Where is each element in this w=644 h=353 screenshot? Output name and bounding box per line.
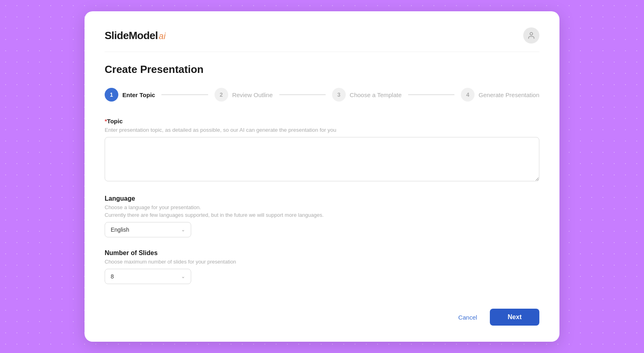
logo-name: SlideModel (105, 29, 158, 42)
step-1: 1 Enter Topic (105, 88, 155, 102)
required-marker: * (105, 118, 107, 125)
next-button[interactable]: Next (490, 309, 539, 326)
create-presentation-modal: SlideModel ai Create Presentation 1 Ente… (85, 11, 559, 342)
slides-title: Number of Slides (105, 249, 539, 257)
page-title: Create Presentation (105, 63, 539, 76)
step-connector-3 (408, 94, 454, 95)
topic-section: *Topic Enter presentation topic, as deta… (105, 118, 539, 183)
step-2: 2 Review Outline (215, 88, 273, 102)
step-1-number: 1 (105, 88, 118, 102)
topic-textarea[interactable] (105, 137, 539, 181)
logo: SlideModel ai (105, 29, 165, 42)
modal-footer: Cancel Next (105, 297, 539, 326)
step-connector-1 (161, 94, 208, 95)
step-2-label: Review Outline (232, 91, 273, 98)
step-3: 3 Choose a Template (332, 88, 402, 102)
step-connector-2 (279, 94, 326, 95)
stepper: 1 Enter Topic 2 Review Outline 3 Choose … (105, 88, 539, 102)
chevron-down-icon: ⌄ (181, 227, 185, 233)
cancel-button[interactable]: Cancel (452, 310, 484, 325)
user-icon (527, 31, 535, 39)
step-3-label: Choose a Template (350, 91, 402, 98)
user-avatar-button[interactable] (523, 27, 539, 44)
logo-ai: ai (159, 31, 165, 42)
language-title: Language (105, 195, 539, 202)
slides-selected-value: 8 (111, 273, 114, 280)
modal-header: SlideModel ai (105, 27, 539, 52)
step-4-label: Generate Presentation (479, 91, 539, 98)
language-hint1: Choose a language for your presentation. (105, 204, 539, 210)
language-select[interactable]: English ⌄ (105, 222, 191, 237)
step-4: 4 Generate Presentation (461, 88, 539, 102)
slides-section: Number of Slides Choose maximum number o… (105, 249, 539, 284)
language-hint2: Currently there are few languages suppor… (105, 212, 539, 218)
step-4-number: 4 (461, 88, 475, 102)
chevron-down-icon-slides: ⌄ (181, 274, 185, 279)
slides-hint: Choose maximum number of slides for your… (105, 259, 539, 265)
step-3-number: 3 (332, 88, 346, 102)
step-2-number: 2 (215, 88, 228, 102)
step-1-label: Enter Topic (122, 91, 155, 98)
language-section: Language Choose a language for your pres… (105, 195, 539, 237)
language-selected-value: English (111, 226, 129, 233)
topic-label: *Topic (105, 118, 539, 125)
svg-point-0 (530, 33, 533, 35)
topic-hint: Enter presentation topic, as detailed as… (105, 127, 539, 133)
slides-select[interactable]: 8 ⌄ (105, 269, 191, 284)
